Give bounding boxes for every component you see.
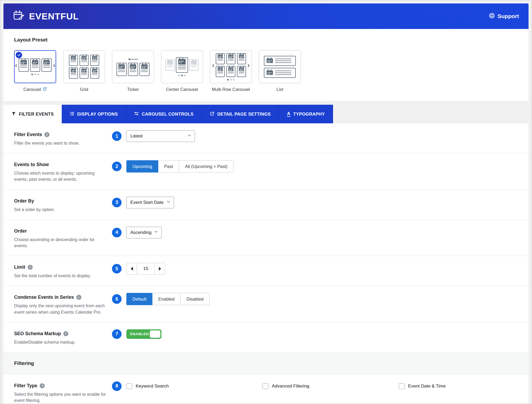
preset-carousel-label: Carousel	[23, 87, 47, 92]
tab-typography[interactable]: A TYPOGRAPHY	[279, 105, 333, 123]
settings-content: Filter Events Filter the events you want…	[3, 123, 529, 404]
setting-row-order-by: Order By Set a order by option. 3 Event …	[3, 190, 529, 220]
setting-row-condense-events: Condense Events in Series Display only t…	[3, 286, 529, 322]
layout-preset-title: Layout Preset	[14, 37, 518, 43]
advanced-filtering-option[interactable]: Advanced Filtering	[263, 383, 399, 389]
preset-ticker-label: Ticker	[127, 87, 139, 92]
setting-row-filter-type: Filter Type Select the filtering options…	[3, 374, 529, 404]
funnel-icon	[11, 111, 16, 117]
tab-detail-page-settings[interactable]: DETAIL PAGE SETTINGS	[202, 105, 279, 123]
preset-list[interactable]: List	[259, 50, 301, 92]
preset-center-carousel-illustration	[165, 57, 198, 76]
order-by-select[interactable]: Event Start Date	[126, 197, 174, 208]
life-ring-icon	[489, 12, 495, 20]
order-description: Choose ascending or descending order for…	[14, 237, 108, 249]
order-label: Order	[14, 228, 108, 234]
condense-enabled-button[interactable]: Enabled	[152, 293, 181, 305]
preset-grid-illustration	[69, 55, 99, 79]
filter-events-description: Filter the events you want to show.	[14, 140, 108, 146]
filtering-section-heading: Filtering	[3, 352, 529, 374]
condense-toggle-group: Default Enabled Disabled	[126, 293, 210, 305]
events-upcoming-button[interactable]: Upcoming	[126, 160, 158, 172]
info-icon[interactable]	[76, 295, 81, 300]
typography-icon: A	[287, 111, 290, 117]
preset-grid-label: Grid	[80, 87, 88, 92]
external-link-icon	[210, 111, 214, 117]
preset-list-card[interactable]	[259, 50, 301, 83]
step-badge-1: 1	[112, 131, 122, 141]
preset-list-illustration	[264, 56, 296, 78]
preset-grid-card[interactable]	[63, 50, 105, 83]
seo-schema-toggle[interactable]: ENABLED	[126, 329, 161, 339]
seo-schema-label: SEO Schema Markup	[14, 331, 108, 336]
preset-multi-row-carousel-card[interactable]: ‹	[210, 50, 252, 83]
eventful-logo-icon	[13, 10, 25, 23]
preset-center-carousel[interactable]: Center Carousel	[161, 50, 203, 92]
order-by-description: Set a order by option.	[14, 207, 108, 213]
preset-grid[interactable]: Grid	[63, 50, 105, 92]
preset-multi-row-carousel-label: Multi Row Carousel	[212, 87, 250, 92]
keyword-search-option[interactable]: Keyword Search	[126, 383, 263, 389]
info-icon[interactable]	[40, 383, 45, 388]
advanced-filtering-checkbox[interactable]	[263, 383, 268, 389]
tab-filter-events[interactable]: FILTER EVENTS	[3, 105, 62, 123]
events-to-show-label: Events to Show	[14, 162, 108, 167]
filter-type-options: Keyword Search Advanced Filtering Event …	[126, 383, 446, 389]
sliders-icon	[134, 111, 139, 117]
limit-stepper: 15	[126, 263, 165, 275]
event-date-time-option[interactable]: Event Date & Time	[399, 383, 446, 389]
layout-preset-row: ‹ › Carousel	[14, 50, 518, 92]
support-link[interactable]: Support	[489, 12, 519, 20]
list-icon	[70, 111, 74, 117]
increment-button[interactable]	[155, 263, 165, 275]
decrement-button[interactable]	[126, 263, 137, 275]
brand-name: EVENTFUL	[29, 11, 79, 22]
keyword-search-checkbox[interactable]	[126, 383, 132, 389]
preset-center-carousel-label: Center Carousel	[166, 87, 198, 92]
preset-list-label: List	[276, 87, 283, 92]
events-to-show-toggle-group: Upcoming Past All (Upcoming + Past)	[126, 160, 234, 172]
tab-display-options[interactable]: DISPLAY OPTIONS	[62, 105, 126, 123]
preset-carousel-card[interactable]: ‹ ›	[14, 50, 56, 83]
order-select[interactable]: Ascending	[126, 227, 162, 238]
toggle-knob	[150, 330, 160, 338]
right-arrow-icon	[159, 267, 161, 271]
support-label: Support	[498, 13, 519, 19]
step-badge-7: 7	[112, 329, 122, 339]
toggle-state-label: ENABLED	[130, 332, 149, 336]
limit-label: Limit	[14, 264, 108, 270]
info-icon[interactable]	[63, 331, 68, 336]
info-icon[interactable]	[28, 265, 33, 270]
setting-row-limit: Limit Set the total number of events to …	[3, 256, 529, 286]
filter-events-select[interactable]: Latest	[126, 130, 195, 142]
events-all-button[interactable]: All (Upcoming + Past)	[179, 160, 234, 172]
condense-default-button[interactable]: Default	[126, 293, 152, 305]
seo-schema-description: Enable/Disable schema markup.	[14, 339, 108, 345]
setting-row-events-to-show: Events to Show Choose which events to di…	[3, 153, 529, 189]
order-by-label: Order By	[14, 198, 108, 204]
tab-carousel-controls[interactable]: CAROUSEL CONTROLS	[126, 105, 202, 123]
preset-ticker[interactable]: Ticker	[112, 50, 154, 92]
condense-events-label: Condense Events in Series	[14, 294, 108, 300]
filter-type-label: Filter Type	[14, 383, 108, 389]
preset-multi-row-carousel-illustration: ‹	[212, 53, 250, 81]
preset-ticker-card[interactable]	[112, 50, 154, 83]
info-icon[interactable]	[44, 132, 49, 137]
events-past-button[interactable]: Past	[158, 160, 179, 172]
events-to-show-description: Choose which events to display: upcoming…	[14, 170, 108, 182]
preset-multi-row-carousel[interactable]: ‹	[210, 50, 252, 92]
preset-carousel[interactable]: ‹ › Carousel	[14, 50, 56, 92]
event-date-time-checkbox[interactable]	[399, 383, 405, 389]
selected-check-icon	[16, 52, 22, 58]
setting-row-seo-schema: SEO Schema Markup Enable/Disable schema …	[3, 322, 529, 352]
preset-center-carousel-card[interactable]	[161, 50, 203, 83]
step-badge-6: 6	[112, 294, 122, 304]
step-badge-5: 5	[112, 264, 122, 273]
condense-disabled-button[interactable]: Disabled	[181, 293, 210, 305]
brand: EVENTFUL	[13, 10, 79, 23]
plugin-settings-page: EVENTFUL Support Layout Preset	[0, 0, 532, 404]
step-badge-4: 4	[112, 228, 122, 237]
setting-row-filter-events: Filter Events Filter the events you want…	[3, 123, 529, 153]
filter-type-description: Select the filtering options you want to…	[14, 391, 108, 403]
limit-value[interactable]: 15	[137, 263, 155, 275]
